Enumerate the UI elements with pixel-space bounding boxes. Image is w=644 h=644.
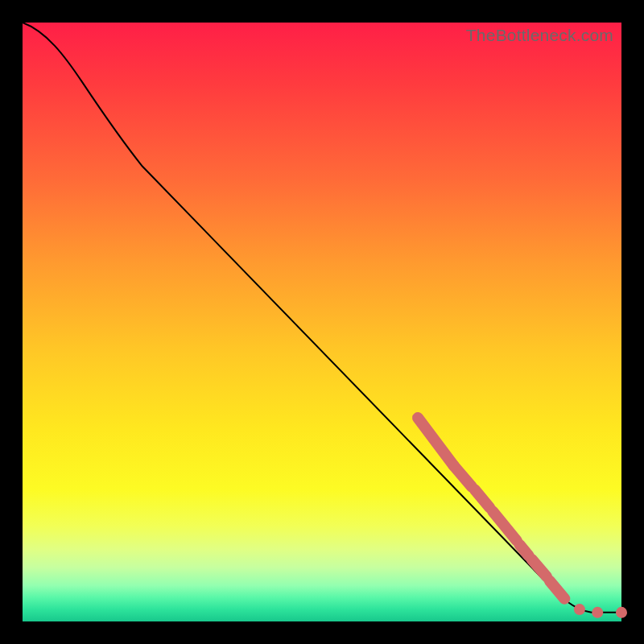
chart-markers [418,418,627,618]
marker-segment [550,580,565,598]
marker-point [592,607,603,618]
chart-svg [23,23,621,621]
marker-segment [475,489,490,507]
marker-segment [418,418,454,466]
chart-curve [23,23,621,613]
marker-segment [520,545,529,555]
marker-segment [493,511,517,540]
marker-segment [454,466,472,487]
marker-segment [531,559,547,577]
marker-point [574,604,585,615]
marker-point [616,607,627,618]
chart-plot-area: TheBottleneck.com [23,23,621,621]
